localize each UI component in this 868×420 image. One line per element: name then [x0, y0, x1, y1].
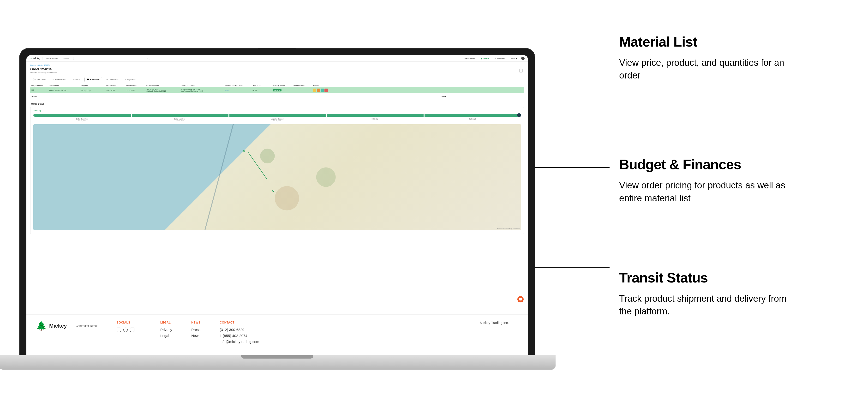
role-label: Admin	[63, 57, 69, 60]
callout-material-list: Material List View price, product, and q…	[619, 34, 787, 82]
twitter-icon[interactable]	[123, 328, 128, 332]
search-input[interactable]: ⌕	[73, 57, 150, 60]
contact-phone1[interactable]: (312) 300-6829	[220, 328, 259, 332]
tab-fulfillment[interactable]: ⛟ Fulfillment	[85, 77, 102, 82]
stage: Order SubmittedJun 29, 2023	[33, 118, 131, 121]
cell-pickup-date: Jun 3, 2023	[106, 90, 125, 91]
callout-title: Transit Status	[619, 270, 787, 286]
totals-value: $0.00	[441, 95, 446, 97]
tracking-label: Tracking	[33, 110, 521, 112]
tracking-map[interactable]: Tiles © OpenStreetMap contributors	[33, 124, 521, 230]
app-screen: ▲ Mickey | Contractor Direct Admin ⌕ ● R…	[26, 55, 528, 355]
callout-title: Material List	[619, 34, 787, 50]
cargo-detail-heading: Cargo Detail	[31, 103, 523, 105]
link-legal[interactable]: Legal	[160, 334, 172, 338]
cell-delivery-date: Jun 3, 2023	[126, 90, 146, 91]
nav-resources[interactable]: ● Resources	[465, 57, 475, 60]
tab-order-detail[interactable]: ⓘ Order Detail	[30, 77, 49, 82]
link-privacy[interactable]: Privacy	[160, 328, 172, 332]
link-press[interactable]: Press	[191, 328, 200, 332]
progress-end-dot	[517, 113, 521, 117]
action-delete-icon[interactable]	[324, 89, 328, 92]
chat-fab[interactable]	[517, 296, 524, 302]
tracking-progress	[33, 114, 521, 117]
topbar: ▲ Mickey | Contractor Direct Admin ⌕ ● R…	[26, 55, 528, 62]
print-icon[interactable]	[519, 69, 523, 72]
totals-label: Totals	[31, 95, 48, 97]
tracking-stages: Order SubmittedJun 29, 2023 Order Matche…	[33, 118, 521, 121]
cell-actions	[313, 89, 337, 92]
contact-phone2[interactable]: 1 (855) 402-2074	[220, 334, 259, 338]
nav-estimates[interactable]: ▤ Estimates	[495, 57, 505, 60]
tab-materials[interactable]: ☰ Materials List	[50, 77, 69, 82]
action-doc-icon[interactable]	[317, 89, 320, 92]
cell-pickup-loc: 200 Grand AveOakland, California 94610	[146, 89, 180, 92]
stage: Delivered	[424, 118, 521, 121]
brand-sub: Contractor Direct	[45, 57, 59, 60]
contact-email[interactable]: info@mickeytrading.com	[220, 339, 259, 344]
avatar[interactable]	[521, 57, 525, 60]
footer-news: NEWS Press News	[191, 321, 200, 339]
cell-status: Delivered	[273, 89, 292, 91]
totals-row: Totals $0.00	[30, 93, 524, 99]
footer-contact: CONTACT (312) 300-6829 1 (855) 402-2074 …	[220, 321, 259, 346]
callout-title: Budget & Finances	[619, 156, 787, 172]
map-attribution: Tiles © OpenStreetMap contributors	[497, 228, 520, 230]
callout-desc: View price, product, and quantities for …	[619, 56, 787, 82]
footer-company: Mickey Trading Inc.	[480, 321, 509, 325]
map-pin-dest[interactable]	[272, 190, 274, 192]
map-route-line	[248, 152, 267, 180]
callout-budget: Budget & Finances View order pricing for…	[619, 156, 787, 205]
table-row[interactable]: ☐ 1 Jun 29, 2023 06:44 PM Mickey Corp Ju…	[30, 87, 524, 93]
action-track-icon[interactable]	[320, 89, 324, 92]
page-subtitle: Ordered on Mickey Marketplace	[30, 71, 524, 74]
brand-logo[interactable]: ▲ Mickey | Contractor Direct	[30, 57, 60, 60]
cell-cargo-number: ☐ 1	[31, 89, 48, 91]
callout-desc: Track product shipment and delivery from…	[619, 292, 787, 318]
cell-items[interactable]: Items	[225, 90, 251, 91]
callout-transit: Transit Status Track product shipment an…	[619, 270, 787, 318]
order-tabs: ⓘ Order Detail ☰ Materials List ⇄ RFQs ⛟…	[30, 77, 524, 82]
stage: Logistics BookedJun 29, 2023	[228, 118, 326, 121]
breadcrumb[interactable]: Orders > Order 324234	[30, 64, 524, 66]
cell-supplier: Mickey Corp	[81, 90, 105, 91]
page-title: Order 324234	[30, 67, 524, 71]
footer-legal: LEGAL Privacy Legal	[160, 321, 172, 339]
stage: In Route	[326, 118, 423, 121]
cell-total: $0.00	[252, 90, 272, 91]
cell-date-booked: Jun 29, 2023 06:44 PM	[49, 90, 80, 91]
map-pin-origin[interactable]	[243, 150, 245, 152]
facebook-icon[interactable]: f	[137, 328, 141, 332]
table-header: Cargo Number Date Booked Supplier Pickup…	[30, 85, 524, 87]
tab-rfqs[interactable]: ⇄ RFQs	[70, 77, 83, 82]
link-news[interactable]: News	[191, 334, 200, 338]
cell-delivery-loc: 800 W Olympic Blvd #200Los Angeles, Cali…	[181, 89, 224, 92]
linkedin-icon[interactable]	[130, 328, 134, 332]
brand-name: Mickey	[33, 57, 40, 60]
laptop-mockup: ▲ Mickey | Contractor Direct Admin ⌕ ● R…	[19, 48, 535, 369]
tab-payments[interactable]: $ Payments	[123, 77, 138, 82]
footer: 🌲 Mickey Contractor Direct SOCIALS f LE	[26, 314, 528, 355]
action-edit-icon[interactable]	[313, 89, 316, 92]
tree-icon: ▲	[30, 57, 32, 60]
stage: Order MatchedJun 29, 2023	[131, 118, 228, 121]
nav-sales[interactable]: Sales ▾	[511, 57, 517, 60]
tab-documents[interactable]: 🗎 Documents	[104, 77, 121, 82]
tracking-panel: Tracking Order SubmittedJun 29, 2023 Ord…	[30, 107, 524, 234]
footer-logo[interactable]: 🌲 Mickey Contractor Direct	[36, 321, 97, 331]
feature-callouts: Material List View price, product, and q…	[619, 34, 787, 392]
instagram-icon[interactable]	[117, 328, 121, 332]
tree-icon: 🌲	[36, 321, 47, 331]
status-badge: Delivered	[273, 89, 281, 91]
footer-socials: SOCIALS f	[117, 321, 141, 332]
callout-desc: View order pricing for products as well …	[619, 179, 787, 205]
page-body: Orders > Order 324234 Order 324234 Order…	[26, 62, 528, 236]
nav-orders[interactable]: ▣ Orders	[481, 57, 489, 60]
